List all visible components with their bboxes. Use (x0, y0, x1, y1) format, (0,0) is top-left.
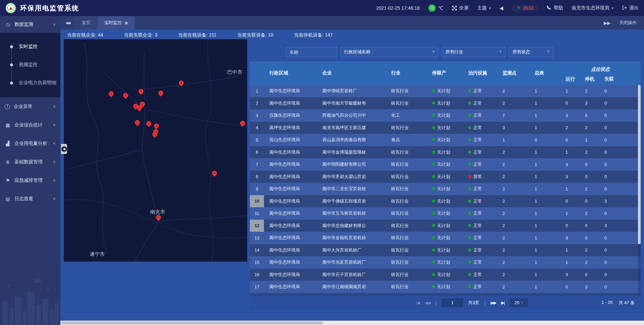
table-row[interactable]: 13 阆中生态环境局 阆中市金福旺页岩机砖 砖瓦行业 无计划 正常 2 1 3 … (250, 232, 641, 244)
tabs-scroll-right-icon[interactable]: ▶▶ (604, 20, 610, 25)
range-label: 1 - 20 (601, 300, 612, 306)
table-row[interactable]: 6 阆中生态环境局 阆中市金博瑞新型墙材 砖瓦行业 无计划 正常 2 1 1 2… (250, 146, 641, 159)
status-filter-select[interactable]: 所有状态 ˅ (509, 47, 553, 57)
table-row[interactable]: 14 阆中生态环境局 阆中大兴页岩机砖厂 砖瓦行业 无计划 正常 2 1 1 2… (250, 244, 641, 257)
table-row[interactable]: 8 阆中生态环境局 阆中市枣碧大梁山页岩 砖瓦行业 无计划 异常 2 1 3 0… (250, 171, 641, 183)
cell-industry: 化工 (386, 112, 427, 118)
sidebar-item[interactable]: ▟ 企业用电量分析 ˂ (0, 134, 60, 153)
row-index: 3 (250, 109, 264, 122)
cell-facility: 正常 (463, 223, 497, 229)
logout-button[interactable]: 退出 (622, 5, 639, 11)
status-dot (468, 285, 471, 288)
cell-facility: 正常 (463, 88, 497, 94)
pagination-controls: |◀ ◀◀ | 1 共3页 | ▶▶ ▶| 20 ˅ (416, 299, 528, 307)
table-row[interactable]: 3 仪陇生态环境局 西南油气田分公司川中 化工 无计划 正常 7 1 3 5 0 (250, 109, 641, 122)
fullscreen-button[interactable]: 全屏 (452, 5, 469, 11)
table-scrollbar[interactable] (638, 85, 641, 295)
table-row[interactable]: 12 阆中生态环境局 阆中市忠信建材有限公 砖瓦行业 无计划 正常 2 1 0 … (250, 220, 641, 232)
theme-button[interactable]: 主题 ▾ (477, 5, 491, 11)
status-dot (468, 212, 471, 215)
cell-region: 阆中生态环境局 (264, 149, 317, 155)
total-pages-label: 共3页 (468, 300, 479, 306)
sidebar-submenu-item[interactable]: 视频监控 (0, 56, 60, 74)
panel-collapse-handle[interactable]: ◀ (61, 144, 67, 154)
table-row[interactable]: 9 阆中生态环境局 阆中市二龙长宝页岩砖 砖瓦行业 无计划 正常 2 1 1 2… (250, 183, 641, 195)
region-filter-select[interactable]: 行政区域名称 ˅ (340, 47, 438, 57)
notification-badge[interactable]: 2632 (512, 5, 538, 12)
sidebar-item[interactable]: ▦ 企业综合统计 ˂ (0, 116, 60, 134)
horizontal-scrollbar[interactable] (60, 321, 644, 325)
sidebar-item-data-monitor[interactable]: ◷ 数据监测 ˅ (0, 16, 60, 33)
row-index: 13 (250, 232, 264, 244)
close-icon[interactable]: ⊗ (124, 20, 128, 25)
cell-region: 阆中生态环境局 (264, 198, 317, 204)
cell-industry: 砖瓦行业 (386, 247, 427, 253)
tabs-scroll-left-icon[interactable]: ◀◀ (60, 21, 75, 25)
cell-meters: 1 (529, 89, 560, 94)
cell-stop: 2 (580, 248, 599, 253)
map[interactable]: 巴中市南充市遂宁市 (64, 39, 247, 262)
table-row[interactable]: 2 阆中生态环境局 阆中市南方节能建材有 砖瓦行业 无计划 正常 2 1 0 3… (250, 97, 641, 110)
table-row[interactable]: 17 阆中生态环境局 阆中市江南镇阆南页岩 砖瓦行业 无计划 正常 2 1 0 … (250, 281, 641, 293)
cell-lost: 0 (599, 150, 641, 155)
table-scrollbar-thumb[interactable] (638, 85, 641, 244)
page-number-input[interactable]: 1 (442, 299, 463, 307)
page-size-select[interactable]: 20 ˅ (510, 299, 528, 307)
cell-industry: 砖瓦行业 (386, 272, 427, 278)
sidebar: ◷ 数据监测 ˅ 实时监控 视频监控 企业电力负荷明细 ! 企业异常 ˂ ▦ (0, 16, 60, 325)
horizontal-scrollbar-thumb[interactable] (61, 321, 323, 324)
name-filter[interactable] (286, 47, 337, 57)
cell-company: 阆中市五马桥页岩机砖 (317, 210, 386, 216)
sidebar-item[interactable]: ⚑ 应急减排管理 ˂ (0, 171, 60, 189)
sidebar-item[interactable]: ▤ 日志查看 ˂ (0, 189, 60, 208)
cell-facility: 异常 (463, 174, 497, 180)
table-row[interactable]: 10 阆中生态环境局 阆中千佛镇五郎垭页岩 砖瓦行业 无计划 正常 2 1 0 … (250, 195, 641, 208)
help-button[interactable]: 帮助 (547, 5, 563, 11)
status-dot (468, 151, 471, 154)
table-row[interactable]: 1 阆中生态环境局 阆中强锐页岩砖厂 砖瓦行业 无计划 正常 2 1 1 2 0 (250, 85, 641, 97)
cell-points: 2 (497, 174, 529, 179)
sidebar-item[interactable]: ! 企业异常 ˂ (0, 97, 60, 116)
status-dot (432, 261, 435, 264)
cell-meters: 1 (529, 162, 560, 167)
cell-run: 3 (560, 162, 580, 167)
last-page-icon[interactable]: ▶| (501, 301, 504, 305)
table-row[interactable]: 5 营山生态环境局 营山县润丰肉食品有限 食品 无计划 正常 1 0 0 1 0 (250, 134, 641, 146)
sidebar-submenu-item[interactable]: 实时监控 (0, 38, 60, 56)
speaker-button[interactable]: ◀ (500, 5, 503, 11)
table-row[interactable]: 11 阆中生态环境局 阆中市五马桥页岩机砖 砖瓦行业 无计划 正常 2 1 1 … (250, 207, 641, 220)
status-dot (468, 163, 471, 166)
first-page-icon[interactable]: |◀ (416, 301, 420, 305)
close-operations-button[interactable]: 关闭操作 (619, 20, 637, 26)
sidebar-item-icon: ▤ (5, 196, 11, 202)
cell-points: 2 (497, 211, 529, 216)
sidebar-submenu-item[interactable]: 企业电力负荷明细 (0, 74, 60, 92)
tab-home[interactable]: 首页 (75, 16, 98, 30)
map-roads (64, 39, 247, 262)
prev-page-icon[interactable]: ◀◀ (425, 301, 430, 305)
name-filter-input[interactable] (289, 50, 333, 55)
table-row[interactable]: 4 高坪生态环境局 南充市高坪区王家店建 砖瓦行业 无计划 正常 3 1 2 2… (250, 122, 641, 134)
cell-region: 阆中生态环境局 (264, 235, 317, 241)
sidebar-item[interactable]: ≣ 基础数据管理 ˂ (0, 153, 60, 171)
cell-region: 阆中生态环境局 (264, 272, 317, 278)
cell-company: 阆中明阳建材有限公司 (317, 161, 386, 167)
cell-lost: 0 (599, 174, 641, 179)
cell-region: 阆中生态环境局 (264, 186, 317, 192)
col-region: 行政区域 (264, 61, 317, 85)
cell-facility: 正常 (463, 247, 497, 253)
sidebar-decoration (0, 271, 60, 325)
status-dot (432, 126, 435, 129)
industry-filter-select[interactable]: 所有行业 ˅ (442, 47, 505, 57)
table-row[interactable]: 7 阆中生态环境局 阆中明阳建材有限公司 砖瓦行业 无计划 正常 2 1 3 0… (250, 158, 641, 171)
next-page-icon[interactable]: ▶▶ (491, 301, 496, 305)
chevron-left-icon: ˂ (53, 159, 56, 164)
table-row[interactable]: 18 南部生态环境局 南部县珠华水泥有限公 建材加工 无计划 正常 (250, 293, 641, 295)
org-selector[interactable]: 南充市生态环境局 ▾ (572, 5, 613, 11)
tab-realtime-monitor[interactable]: 实时监控 ⊗ (98, 16, 135, 30)
cell-region: 仪陇生态环境局 (264, 112, 317, 118)
col-run: 运行 (560, 73, 580, 85)
row-index: 8 (250, 171, 264, 183)
table-row[interactable]: 15 阆中生态环境局 阆中市光富页岩机砖厂 砖瓦行业 无计划 正常 2 1 1 … (250, 256, 641, 269)
table-row[interactable]: 16 阆中生态环境局 阆中市石子页岩机砖厂 砖瓦行业 无计划 正常 2 1 3 … (250, 269, 641, 281)
